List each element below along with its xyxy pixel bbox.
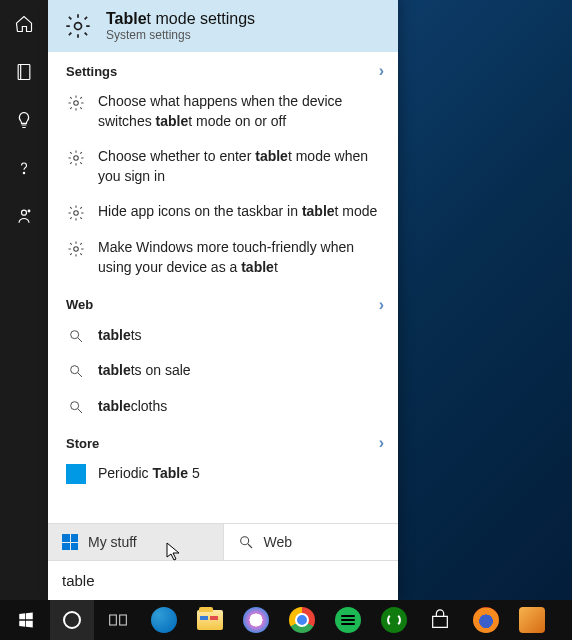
edge-icon bbox=[151, 607, 177, 633]
svg-point-14 bbox=[71, 401, 79, 409]
section-settings-label: Settings bbox=[66, 64, 117, 79]
settings-result[interactable]: Hide app icons on the taskbar in tablet … bbox=[48, 194, 398, 230]
gear-icon bbox=[66, 149, 86, 167]
taskbar bbox=[0, 600, 572, 640]
search-icon bbox=[66, 328, 86, 344]
filter-row: My stuff Web bbox=[48, 523, 398, 560]
result-text: Periodic Table 5 bbox=[98, 464, 200, 484]
search-icon bbox=[66, 363, 86, 379]
section-web-header[interactable]: Web › bbox=[48, 286, 398, 318]
svg-point-6 bbox=[74, 101, 79, 106]
result-text: tablets on sale bbox=[98, 361, 191, 381]
xbox-icon bbox=[381, 607, 407, 633]
svg-rect-0 bbox=[18, 65, 30, 80]
result-text: Choose what happens when the device swit… bbox=[98, 92, 384, 131]
taskbar-chrome[interactable] bbox=[280, 600, 324, 640]
web-results: tablets tablets on sale tablecloths bbox=[48, 318, 398, 425]
svg-rect-18 bbox=[110, 615, 117, 625]
filter-my-stuff-label: My stuff bbox=[88, 534, 137, 550]
store-icon bbox=[429, 609, 451, 631]
section-store-header[interactable]: Store › bbox=[48, 424, 398, 456]
settings-results: Choose what happens when the device swit… bbox=[48, 84, 398, 286]
settings-result[interactable]: Make Windows more touch-friendly when us… bbox=[48, 230, 398, 285]
result-text: Make Windows more touch-friendly when us… bbox=[98, 238, 384, 277]
svg-line-17 bbox=[248, 544, 252, 548]
settings-result[interactable]: Choose whether to enter tablet mode when… bbox=[48, 139, 398, 194]
result-text: Choose whether to enter tablet mode when… bbox=[98, 147, 384, 186]
app-icon bbox=[519, 607, 545, 633]
best-match-result[interactable]: Tablet mode settings System settings bbox=[48, 0, 398, 52]
filter-web-label: Web bbox=[264, 534, 293, 550]
rail-notebook-icon[interactable] bbox=[0, 48, 48, 96]
rail-feedback-icon[interactable] bbox=[0, 192, 48, 240]
filter-web[interactable]: Web bbox=[223, 524, 399, 560]
taskbar-edge[interactable] bbox=[142, 600, 186, 640]
gear-icon bbox=[66, 240, 86, 258]
svg-line-13 bbox=[78, 373, 82, 377]
svg-point-16 bbox=[240, 537, 248, 545]
settings-result[interactable]: Choose what happens when the device swit… bbox=[48, 84, 398, 139]
taskbar-firefox[interactable] bbox=[464, 600, 508, 640]
result-text: tablecloths bbox=[98, 397, 167, 417]
taskbar-store[interactable] bbox=[418, 600, 462, 640]
rail-lightbulb-icon[interactable] bbox=[0, 96, 48, 144]
filter-my-stuff[interactable]: My stuff bbox=[48, 524, 223, 560]
section-web-label: Web bbox=[66, 297, 93, 312]
start-button[interactable] bbox=[4, 600, 48, 640]
svg-point-4 bbox=[28, 210, 30, 212]
svg-point-3 bbox=[22, 210, 27, 215]
web-result[interactable]: tablets on sale bbox=[48, 353, 398, 389]
svg-point-7 bbox=[74, 156, 79, 161]
svg-line-11 bbox=[78, 338, 82, 342]
cortana-rail bbox=[0, 0, 48, 600]
svg-point-2 bbox=[23, 172, 24, 173]
rail-home-icon[interactable] bbox=[0, 0, 48, 48]
search-box[interactable] bbox=[48, 560, 398, 600]
best-match-title: Tablet mode settings bbox=[106, 10, 255, 28]
chevron-right-icon: › bbox=[379, 296, 384, 314]
result-text: Hide app icons on the taskbar in tablet … bbox=[98, 202, 377, 222]
svg-point-5 bbox=[75, 23, 82, 30]
store-results: Periodic Table 5 bbox=[48, 456, 398, 492]
web-result[interactable]: tablecloths bbox=[48, 389, 398, 425]
itunes-icon bbox=[243, 607, 269, 633]
gear-icon bbox=[66, 94, 86, 112]
search-icon bbox=[238, 534, 254, 550]
gear-icon bbox=[66, 204, 86, 222]
section-store-label: Store bbox=[66, 436, 99, 451]
windows-icon bbox=[62, 534, 78, 550]
cortana-button[interactable] bbox=[50, 600, 94, 640]
svg-point-12 bbox=[71, 366, 79, 374]
taskbar-xbox[interactable] bbox=[372, 600, 416, 640]
search-input[interactable] bbox=[62, 572, 384, 589]
svg-line-15 bbox=[78, 409, 82, 413]
spotify-icon bbox=[335, 607, 361, 633]
gear-icon bbox=[62, 10, 94, 42]
folder-icon bbox=[197, 610, 223, 630]
chevron-right-icon: › bbox=[379, 434, 384, 452]
search-results-panel: Tablet mode settings System settings Set… bbox=[48, 0, 398, 600]
svg-point-9 bbox=[74, 247, 79, 252]
app-tile-icon bbox=[66, 464, 86, 484]
taskbar-file-explorer[interactable] bbox=[188, 600, 232, 640]
search-icon bbox=[66, 399, 86, 415]
cortana-ring-icon bbox=[63, 611, 81, 629]
section-settings-header[interactable]: Settings › bbox=[48, 52, 398, 84]
taskbar-itunes[interactable] bbox=[234, 600, 278, 640]
chevron-right-icon: › bbox=[379, 62, 384, 80]
task-view-button[interactable] bbox=[96, 600, 140, 640]
svg-point-10 bbox=[71, 330, 79, 338]
svg-point-8 bbox=[74, 211, 79, 216]
best-match-subtitle: System settings bbox=[106, 28, 255, 42]
taskbar-spotify[interactable] bbox=[326, 600, 370, 640]
rail-help-icon[interactable] bbox=[0, 144, 48, 192]
svg-rect-19 bbox=[120, 615, 127, 625]
store-result[interactable]: Periodic Table 5 bbox=[48, 456, 398, 492]
result-text: tablets bbox=[98, 326, 142, 346]
firefox-icon bbox=[473, 607, 499, 633]
taskbar-app[interactable] bbox=[510, 600, 554, 640]
chrome-icon bbox=[289, 607, 315, 633]
web-result[interactable]: tablets bbox=[48, 318, 398, 354]
